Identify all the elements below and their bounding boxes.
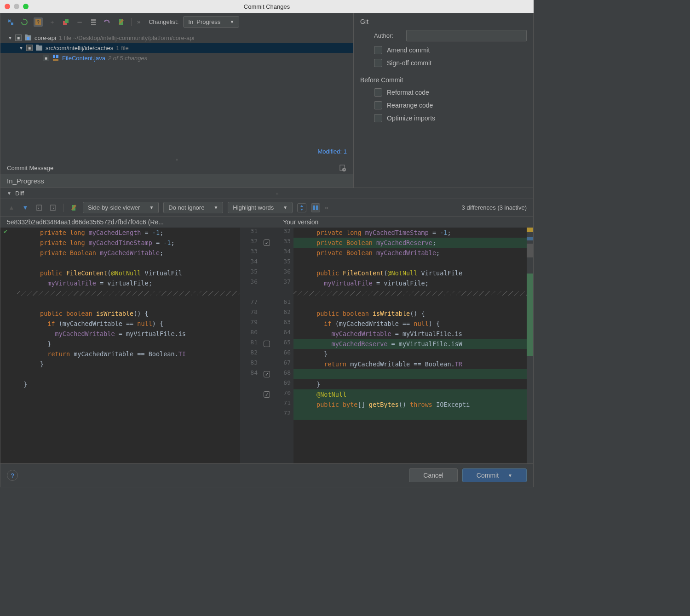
- module-name: core-api: [34, 34, 56, 41]
- left-code-pane[interactable]: ✔ private long myCachedLength = -1;priva…: [0, 228, 260, 463]
- checkmark-icon: ✔: [3, 228, 8, 235]
- optimize-label: Optimize imports: [387, 114, 435, 122]
- commit-message-label: Commit Message: [7, 165, 53, 171]
- file-name: FileContent.java: [62, 55, 105, 62]
- amend-label: Amend commit: [387, 46, 430, 54]
- optimize-checkbox[interactable]: [374, 114, 382, 122]
- tree-folder-row[interactable]: ▼ ■ src/com/intellij/ide/caches 1 file: [0, 43, 353, 53]
- svg-rect-4: [65, 19, 69, 23]
- diff-toolbar: ▲ ▼ Side-by-side viewer ▼ Do not ignore …: [0, 199, 533, 217]
- disclosure-triangle-icon[interactable]: ▼: [19, 46, 23, 51]
- checkbox-partial-icon[interactable]: ■: [26, 45, 33, 51]
- svg-rect-5: [91, 19, 96, 21]
- author-input[interactable]: [406, 30, 527, 41]
- module-icon: [24, 34, 32, 41]
- svg-rect-16: [53, 59, 58, 61]
- new-changelist-icon[interactable]: ?: [34, 17, 43, 27]
- add-icon[interactable]: ＋: [47, 17, 57, 27]
- changelist-label: Changelist:: [149, 18, 178, 25]
- next-diff-icon[interactable]: ▼: [21, 203, 30, 212]
- chevron-down-icon: ▼: [230, 19, 234, 24]
- svg-rect-10: [25, 34, 28, 36]
- checkbox-partial-icon[interactable]: ■: [15, 34, 22, 41]
- svg-rect-22: [313, 205, 315, 210]
- diff-section-label: Diff: [15, 190, 24, 197]
- commit-message-input[interactable]: [0, 174, 353, 188]
- signoff-label: Sign-off commit: [387, 59, 431, 67]
- cancel-button[interactable]: Cancel: [409, 468, 458, 482]
- folder-meta: 1 file: [116, 45, 128, 51]
- checkbox-partial-icon[interactable]: ■: [43, 55, 49, 61]
- commit-options-panel: Git Author: Amend commit Sign-off commit…: [354, 13, 533, 188]
- commit-button[interactable]: Commit ▼: [462, 468, 527, 482]
- chevron-down-icon: ▼: [149, 205, 154, 210]
- scroll-marker[interactable]: [527, 228, 533, 463]
- reformat-checkbox[interactable]: [374, 88, 382, 97]
- svg-text:?: ?: [37, 20, 40, 25]
- author-label: Author:: [374, 32, 402, 39]
- signoff-checkbox[interactable]: [374, 59, 382, 67]
- reformat-label: Reformat code: [387, 89, 429, 96]
- right-revision-title: Your version: [251, 218, 527, 226]
- undo-icon[interactable]: [103, 17, 112, 27]
- commit-toolbar: ? ＋ ─ » Changelist: In_Progress ▼: [0, 13, 353, 31]
- prev-diff-icon[interactable]: ▲: [7, 203, 16, 212]
- svg-rect-13: [36, 45, 39, 46]
- compare-prev-file-icon[interactable]: [34, 203, 44, 212]
- svg-rect-15: [56, 55, 58, 58]
- help-button[interactable]: ?: [7, 470, 18, 481]
- edit-source-icon[interactable]: [69, 203, 78, 212]
- changelist-select[interactable]: In_Progress ▼: [183, 16, 239, 28]
- modified-status: Modified: 1: [0, 145, 353, 158]
- titlebar: Commit Changes: [0, 0, 534, 13]
- folder-name: src/com/intellij/ide/caches: [46, 45, 113, 51]
- compare-next-file-icon[interactable]: [48, 203, 58, 212]
- viewer-mode-select[interactable]: Side-by-side viewer ▼: [83, 202, 159, 213]
- group-by-icon[interactable]: [89, 17, 98, 27]
- sync-scroll-icon[interactable]: [311, 203, 320, 212]
- resize-handle[interactable]: ⠶: [0, 158, 353, 161]
- diff-summary: 3 differences (3 inactive): [462, 204, 527, 211]
- move-changelist-icon[interactable]: [61, 17, 70, 27]
- svg-rect-12: [36, 46, 42, 51]
- chevron-down-icon: ▼: [283, 205, 288, 210]
- edit-icon[interactable]: [116, 17, 126, 27]
- window-title: Commit Changes: [0, 3, 534, 10]
- rearrange-label: Rearrange code: [387, 102, 433, 109]
- overflow-chevrons-icon[interactable]: »: [137, 18, 140, 25]
- ignore-mode-select[interactable]: Do not ignore ▼: [163, 202, 223, 213]
- chevron-down-icon: ▼: [508, 473, 512, 478]
- tree-module-row[interactable]: ▼ ■ core-api 1 file ~/Desktop/intellij-c…: [0, 33, 353, 43]
- svg-rect-11: [27, 37, 29, 40]
- changes-tree[interactable]: ▼ ■ core-api 1 file ~/Desktop/intellij-c…: [0, 31, 353, 145]
- highlight-mode-select[interactable]: Highlight words ▼: [228, 202, 293, 213]
- toolbar-separator: [63, 204, 63, 212]
- left-revision-title: 5e8332b2ad63484aa1d66de356572d7fbd7f04c6…: [7, 218, 251, 226]
- collapse-unchanged-icon[interactable]: [297, 203, 306, 212]
- overflow-chevrons-icon[interactable]: »: [325, 204, 328, 211]
- git-section-title: Git: [360, 18, 527, 25]
- remove-icon[interactable]: ─: [75, 17, 84, 27]
- diff-disclosure-icon[interactable]: ▼: [7, 191, 12, 196]
- refresh-icon[interactable]: [20, 17, 29, 27]
- show-diff-icon[interactable]: [6, 17, 15, 27]
- module-meta: 1 file ~/Desktop/intellij-community/plat…: [59, 34, 194, 41]
- java-file-icon: [52, 54, 59, 62]
- file-meta: 2 of 5 changes: [108, 55, 147, 62]
- before-commit-title: Before Commit: [360, 76, 527, 84]
- disclosure-triangle-icon[interactable]: ▼: [8, 35, 12, 40]
- resize-handle[interactable]: ⠶: [28, 192, 527, 195]
- folder-icon: [35, 44, 43, 51]
- svg-rect-7: [91, 24, 96, 25]
- svg-rect-0: [11, 23, 13, 25]
- chevron-down-icon: ▼: [213, 205, 218, 210]
- amend-checkbox[interactable]: [374, 46, 382, 54]
- rearrange-checkbox[interactable]: [374, 101, 382, 109]
- svg-rect-14: [53, 55, 55, 58]
- right-code-pane[interactable]: 323334353637616263646566676869707172 pri…: [273, 228, 533, 463]
- diff-viewer[interactable]: ✔ private long myCachedLength = -1;priva…: [0, 228, 533, 463]
- tree-file-row[interactable]: ■ FileContent.java 2 of 5 changes: [0, 53, 353, 63]
- svg-rect-6: [91, 22, 96, 23]
- toolbar-separator: [131, 18, 132, 26]
- history-icon[interactable]: [338, 163, 347, 172]
